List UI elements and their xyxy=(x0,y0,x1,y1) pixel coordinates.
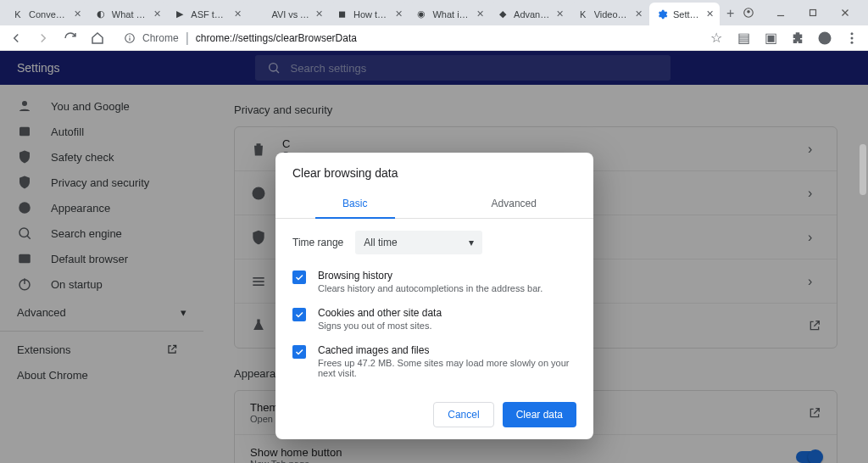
favicon-icon: K xyxy=(577,8,589,20)
svg-point-12 xyxy=(851,41,854,43)
favicon-icon: ◐ xyxy=(95,8,107,20)
browser-tab[interactable]: KVideo Rep✕ xyxy=(570,3,649,25)
tab-title: Settings xyxy=(673,9,699,20)
checkbox-primary: Browsing history xyxy=(318,270,542,282)
tab-title: AVI vs ASF xyxy=(271,9,309,20)
clear-browsing-data-dialog: Clear browsing data Basic Advanced Time … xyxy=(275,153,593,439)
divider: | xyxy=(186,31,189,46)
site-info-icon[interactable] xyxy=(124,32,136,44)
svg-point-11 xyxy=(851,36,854,39)
gear-icon xyxy=(656,8,668,20)
checkbox-row[interactable]: Cached images and filesFrees up 47.2 MB.… xyxy=(292,344,576,378)
button-label: Clear data xyxy=(516,409,563,421)
checkbox-secondary: Frees up 47.2 MB. Some sites may load mo… xyxy=(318,358,576,378)
scrollbar[interactable] xyxy=(860,144,866,195)
close-icon[interactable]: ✕ xyxy=(73,9,83,20)
extension-icon[interactable]: ▣ xyxy=(763,31,778,46)
new-tab-button[interactable]: + xyxy=(720,2,741,25)
translate-icon[interactable]: ▤ xyxy=(736,31,751,46)
tab-title: How to Co xyxy=(353,9,388,20)
close-icon[interactable]: ✕ xyxy=(475,9,485,20)
checkbox-checked[interactable] xyxy=(292,308,306,321)
time-range-label: Time range xyxy=(292,237,343,248)
home-button[interactable] xyxy=(90,31,105,46)
tab-title: Convert 3G xyxy=(29,9,68,20)
checkbox-secondary: Signs you out of most sites. xyxy=(318,321,442,331)
button-label: Cancel xyxy=(448,409,479,421)
checkbox-secondary: Clears history and autocompletions in th… xyxy=(318,283,542,293)
favicon-icon: ◆ xyxy=(497,8,509,20)
dialog-tabs: Basic Advanced xyxy=(275,188,593,219)
extensions-menu-icon[interactable] xyxy=(790,31,805,46)
minimize-button[interactable] xyxy=(773,5,788,20)
checkbox-checked[interactable] xyxy=(292,345,306,359)
omnibox-host: Chrome xyxy=(142,32,179,44)
favicon-icon: ◼ xyxy=(337,8,348,20)
tab-title: Video Rep xyxy=(594,9,629,20)
close-icon[interactable]: ✕ xyxy=(704,9,715,20)
svg-rect-3 xyxy=(810,10,816,16)
checkbox-row[interactable]: Browsing historyClears history and autoc… xyxy=(292,270,576,293)
checkbox-primary: Cached images and files xyxy=(318,344,576,356)
back-button[interactable] xyxy=(8,31,24,46)
favicon-icon xyxy=(254,8,266,20)
browser-tab[interactable]: KConvert 3G✕ xyxy=(5,3,88,25)
window-controls xyxy=(741,0,863,25)
browser-tab[interactable]: ◉What is AS✕ xyxy=(409,3,490,25)
svg-rect-8 xyxy=(129,37,130,41)
favicon-icon: ◉ xyxy=(415,8,427,20)
clear-data-button[interactable]: Clear data xyxy=(503,402,576,427)
close-icon[interactable]: ✕ xyxy=(634,9,644,20)
account-icon[interactable] xyxy=(741,5,756,20)
toolbar-actions: ☆ ▤ ▣ xyxy=(709,31,860,46)
checkbox-primary: Cookies and other site data xyxy=(318,307,442,319)
select-value: All time xyxy=(364,237,397,248)
svg-point-9 xyxy=(819,31,832,44)
browser-tab[interactable]: ◐What is as✕ xyxy=(88,3,167,25)
tab-basic[interactable]: Basic xyxy=(275,188,435,218)
settings-page: Settings You and Google Autofill Safety … xyxy=(0,51,868,463)
close-icon[interactable]: ✕ xyxy=(393,9,403,20)
omnibox-path: chrome://settings/clearBrowserData xyxy=(196,32,357,44)
favicon-icon: K xyxy=(12,8,24,20)
close-window-button[interactable] xyxy=(837,5,853,20)
reload-button[interactable] xyxy=(63,31,78,46)
favicon-icon: ▶ xyxy=(174,8,186,20)
close-icon[interactable]: ✕ xyxy=(555,9,565,20)
checkbox-row[interactable]: Cookies and other site dataSigns you out… xyxy=(292,307,576,331)
browser-tab-strip: KConvert 3G✕ ◐What is as✕ ▶ASF to MP✕ AV… xyxy=(0,0,868,25)
tab-label: Advanced xyxy=(492,198,537,209)
checkbox-checked[interactable] xyxy=(292,271,306,284)
close-icon[interactable]: ✕ xyxy=(152,9,162,20)
browser-tab[interactable]: ◼How to Co✕ xyxy=(330,3,409,25)
tab-title: What is as xyxy=(112,9,147,20)
dialog-title: Clear browsing data xyxy=(275,153,593,188)
chevron-down-icon: ▾ xyxy=(469,237,474,248)
bookmark-icon[interactable]: ☆ xyxy=(709,31,724,46)
tab-title: ASF to MP xyxy=(191,9,227,20)
browser-tab[interactable]: ◆Advantage✕ xyxy=(490,3,570,25)
forward-button[interactable] xyxy=(36,31,51,46)
maximize-button[interactable] xyxy=(805,5,821,20)
close-icon[interactable]: ✕ xyxy=(314,9,325,20)
tab-title: What is AS xyxy=(432,9,470,20)
svg-point-10 xyxy=(851,32,854,35)
address-bar[interactable]: Chrome | chrome://settings/clearBrowserD… xyxy=(117,29,697,47)
cancel-button[interactable]: Cancel xyxy=(433,402,493,427)
browser-toolbar: Chrome | chrome://settings/clearBrowserD… xyxy=(0,25,868,51)
time-range-select[interactable]: All time ▾ xyxy=(355,231,482,254)
browser-tab[interactable]: AVI vs ASF✕ xyxy=(248,3,330,25)
close-icon[interactable]: ✕ xyxy=(232,9,242,20)
tab-label: Basic xyxy=(342,198,367,209)
tab-advanced[interactable]: Advanced xyxy=(435,188,594,218)
svg-point-7 xyxy=(129,35,130,36)
svg-point-1 xyxy=(747,10,750,14)
profile-avatar[interactable] xyxy=(817,31,832,46)
browser-tab[interactable]: Settings ✕ xyxy=(649,3,720,25)
tab-title: Advantage xyxy=(514,9,550,20)
browser-tab[interactable]: ▶ASF to MP✕ xyxy=(167,3,248,25)
chrome-menu-icon[interactable] xyxy=(844,31,860,46)
